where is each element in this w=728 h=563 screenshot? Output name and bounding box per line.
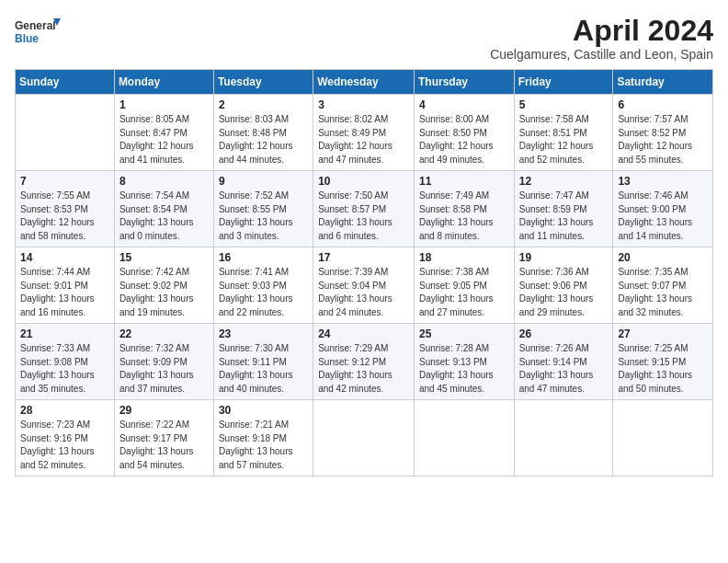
calendar-header-row: SundayMondayTuesdayWednesdayThursdayFrid… [16,70,713,95]
day-info: Sunrise: 7:47 AM Sunset: 8:59 PM Dayligh… [519,190,609,243]
day-number: 10 [318,175,409,188]
calendar-cell [514,400,613,477]
calendar-cell: 5Sunrise: 7:58 AM Sunset: 8:51 PM Daylig… [514,95,613,171]
day-info: Sunrise: 7:49 AM Sunset: 8:58 PM Dayligh… [419,190,509,243]
day-number: 12 [519,175,609,188]
calendar-week-row: 14Sunrise: 7:44 AM Sunset: 9:01 PM Dayli… [16,247,713,324]
day-number: 13 [618,175,708,188]
day-info: Sunrise: 8:03 AM Sunset: 8:48 PM Dayligh… [219,113,308,167]
calendar-cell: 28Sunrise: 7:23 AM Sunset: 9:16 PM Dayli… [16,400,115,477]
day-number: 23 [219,327,308,340]
day-number: 28 [20,404,109,417]
day-number: 17 [318,251,409,264]
day-number: 4 [419,98,509,111]
day-info: Sunrise: 7:41 AM Sunset: 9:03 PM Dayligh… [219,266,308,319]
day-number: 1 [119,98,209,111]
calendar-cell: 13Sunrise: 7:46 AM Sunset: 9:00 PM Dayli… [613,171,713,247]
calendar-cell: 17Sunrise: 7:39 AM Sunset: 9:04 PM Dayli… [313,247,415,324]
day-info: Sunrise: 7:21 AM Sunset: 9:18 PM Dayligh… [219,419,308,472]
calendar-header-monday: Monday [114,70,213,95]
day-info: Sunrise: 8:05 AM Sunset: 8:47 PM Dayligh… [119,113,209,167]
day-info: Sunrise: 7:28 AM Sunset: 9:13 PM Dayligh… [419,342,509,396]
calendar-week-row: 7Sunrise: 7:55 AM Sunset: 8:53 PM Daylig… [16,171,713,247]
title-block: April 2024 Cuelgamures, Castille and Leo… [490,15,713,62]
day-number: 22 [119,327,209,340]
calendar-cell [313,400,415,477]
calendar-cell: 3Sunrise: 8:02 AM Sunset: 8:49 PM Daylig… [313,95,415,171]
calendar-cell: 20Sunrise: 7:35 AM Sunset: 9:07 PM Dayli… [613,247,713,324]
day-number: 11 [419,175,509,188]
day-info: Sunrise: 7:26 AM Sunset: 9:14 PM Dayligh… [519,342,609,396]
day-info: Sunrise: 7:57 AM Sunset: 8:52 PM Dayligh… [618,113,708,167]
calendar-cell: 26Sunrise: 7:26 AM Sunset: 9:14 PM Dayli… [514,324,613,400]
calendar-cell: 10Sunrise: 7:50 AM Sunset: 8:57 PM Dayli… [313,171,415,247]
calendar-cell: 11Sunrise: 7:49 AM Sunset: 8:58 PM Dayli… [414,171,514,247]
day-number: 24 [318,327,409,340]
day-number: 20 [618,251,708,264]
day-info: Sunrise: 7:50 AM Sunset: 8:57 PM Dayligh… [318,190,409,243]
day-info: Sunrise: 7:36 AM Sunset: 9:06 PM Dayligh… [519,266,609,319]
calendar-cell: 4Sunrise: 8:00 AM Sunset: 8:50 PM Daylig… [414,95,514,171]
calendar-cell [414,400,514,477]
day-number: 7 [20,175,109,188]
day-info: Sunrise: 8:00 AM Sunset: 8:50 PM Dayligh… [419,113,509,167]
calendar-header-tuesday: Tuesday [213,70,313,95]
calendar-week-row: 21Sunrise: 7:33 AM Sunset: 9:08 PM Dayli… [16,324,713,400]
day-info: Sunrise: 7:32 AM Sunset: 9:09 PM Dayligh… [119,342,209,396]
day-number: 29 [119,404,209,417]
day-info: Sunrise: 7:38 AM Sunset: 9:05 PM Dayligh… [419,266,509,319]
calendar-cell: 19Sunrise: 7:36 AM Sunset: 9:06 PM Dayli… [514,247,613,324]
day-info: Sunrise: 7:30 AM Sunset: 9:11 PM Dayligh… [219,342,308,396]
calendar-header-friday: Friday [514,70,613,95]
day-info: Sunrise: 7:46 AM Sunset: 9:00 PM Dayligh… [618,190,708,243]
page-header: General Blue April 2024 Cuelgamures, Cas… [15,15,713,62]
calendar-cell: 18Sunrise: 7:38 AM Sunset: 9:05 PM Dayli… [414,247,514,324]
day-number: 19 [519,251,609,264]
calendar-week-row: 1Sunrise: 8:05 AM Sunset: 8:47 PM Daylig… [16,95,713,171]
page-subtitle: Cuelgamures, Castille and Leon, Spain [490,47,713,62]
day-info: Sunrise: 7:42 AM Sunset: 9:02 PM Dayligh… [119,266,209,319]
calendar-cell: 16Sunrise: 7:41 AM Sunset: 9:03 PM Dayli… [213,247,313,324]
day-info: Sunrise: 7:39 AM Sunset: 9:04 PM Dayligh… [318,266,409,319]
calendar-cell: 9Sunrise: 7:52 AM Sunset: 8:55 PM Daylig… [213,171,313,247]
day-info: Sunrise: 7:54 AM Sunset: 8:54 PM Dayligh… [119,190,209,243]
day-info: Sunrise: 7:29 AM Sunset: 9:12 PM Dayligh… [318,342,409,396]
day-number: 9 [219,175,308,188]
day-number: 6 [618,98,708,111]
day-info: Sunrise: 7:55 AM Sunset: 8:53 PM Dayligh… [20,190,109,243]
calendar-header-thursday: Thursday [414,70,514,95]
day-number: 2 [219,98,308,111]
day-number: 21 [20,327,109,340]
day-number: 16 [219,251,308,264]
svg-text:Blue: Blue [15,32,39,45]
calendar-cell: 29Sunrise: 7:22 AM Sunset: 9:17 PM Dayli… [114,400,213,477]
calendar-table: SundayMondayTuesdayWednesdayThursdayFrid… [15,69,713,477]
day-number: 30 [219,404,308,417]
day-number: 14 [20,251,109,264]
day-info: Sunrise: 8:02 AM Sunset: 8:49 PM Dayligh… [318,113,409,167]
day-info: Sunrise: 7:35 AM Sunset: 9:07 PM Dayligh… [618,266,708,319]
calendar-cell [16,95,115,171]
svg-text:General: General [15,19,56,32]
day-info: Sunrise: 7:23 AM Sunset: 9:16 PM Dayligh… [20,419,109,472]
calendar-cell: 25Sunrise: 7:28 AM Sunset: 9:13 PM Dayli… [414,324,514,400]
calendar-header-wednesday: Wednesday [313,70,415,95]
calendar-cell: 15Sunrise: 7:42 AM Sunset: 9:02 PM Dayli… [114,247,213,324]
calendar-cell: 7Sunrise: 7:55 AM Sunset: 8:53 PM Daylig… [16,171,115,247]
day-number: 15 [119,251,209,264]
day-number: 25 [419,327,509,340]
calendar-cell: 27Sunrise: 7:25 AM Sunset: 9:15 PM Dayli… [613,324,713,400]
calendar-cell: 1Sunrise: 8:05 AM Sunset: 8:47 PM Daylig… [114,95,213,171]
calendar-week-row: 28Sunrise: 7:23 AM Sunset: 9:16 PM Dayli… [16,400,713,477]
day-info: Sunrise: 7:52 AM Sunset: 8:55 PM Dayligh… [219,190,308,243]
day-number: 27 [618,327,708,340]
day-number: 3 [318,98,409,111]
logo: General Blue [15,15,61,52]
calendar-cell: 23Sunrise: 7:30 AM Sunset: 9:11 PM Dayli… [213,324,313,400]
calendar-cell: 14Sunrise: 7:44 AM Sunset: 9:01 PM Dayli… [16,247,115,324]
day-info: Sunrise: 7:22 AM Sunset: 9:17 PM Dayligh… [119,419,209,472]
page-title: April 2024 [490,15,713,47]
calendar-cell: 8Sunrise: 7:54 AM Sunset: 8:54 PM Daylig… [114,171,213,247]
calendar-cell: 21Sunrise: 7:33 AM Sunset: 9:08 PM Dayli… [16,324,115,400]
day-info: Sunrise: 7:25 AM Sunset: 9:15 PM Dayligh… [618,342,708,396]
